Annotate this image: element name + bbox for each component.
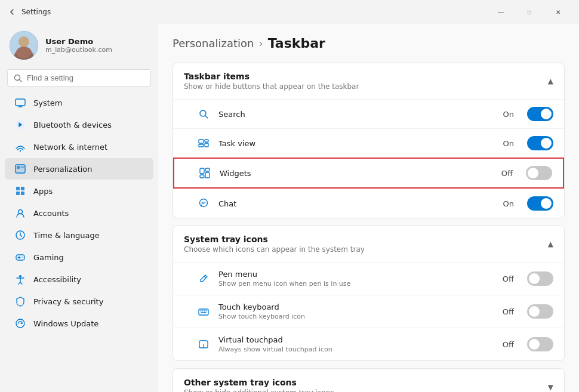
breadcrumb-parent[interactable]: Personalization bbox=[173, 37, 254, 50]
taskview-status: On bbox=[503, 139, 514, 148]
sidebar-item-bluetooth[interactable]: Bluetooth & devices bbox=[5, 114, 153, 135]
user-name: User Demo bbox=[45, 37, 112, 46]
update-icon bbox=[14, 317, 26, 329]
svg-rect-13 bbox=[17, 166, 20, 169]
sidebar: User Demo m_lab@outlook.com System bbox=[0, 24, 158, 392]
close-button[interactable]: ✕ bbox=[544, 2, 572, 21]
other-tray-header[interactable]: Other system tray icons Show or hide add… bbox=[173, 369, 564, 392]
widgets-setting-icon bbox=[198, 166, 211, 180]
svg-rect-36 bbox=[205, 168, 210, 171]
chat-setting-label: Chat bbox=[218, 199, 495, 208]
sidebar-item-gaming[interactable]: Gaming bbox=[5, 246, 153, 268]
breadcrumb-separator: › bbox=[258, 37, 263, 50]
sidebar-item-privacy[interactable]: Privacy & security bbox=[5, 291, 153, 312]
time-icon bbox=[14, 229, 26, 241]
sidebar-item-label: Bluetooth & devices bbox=[33, 121, 112, 129]
svg-rect-31 bbox=[199, 144, 204, 147]
touchpad-setting-icon bbox=[197, 338, 210, 351]
other-tray-title: Other system tray icons bbox=[184, 378, 334, 387]
breadcrumb-current: Taskbar bbox=[268, 36, 325, 51]
sidebar-item-label: Windows Update bbox=[33, 319, 98, 328]
setting-row-touch: Touch keyboard Show touch keyboard icon … bbox=[173, 295, 564, 328]
chat-status: On bbox=[503, 199, 514, 208]
widgets-toggle[interactable] bbox=[526, 166, 552, 180]
sidebar-item-label: Personalization bbox=[33, 165, 93, 174]
svg-line-41 bbox=[204, 276, 206, 278]
touchpad-status: Off bbox=[503, 340, 514, 349]
sidebar-item-label: Privacy & security bbox=[33, 297, 103, 306]
user-email: m_lab@outlook.com bbox=[45, 46, 112, 54]
titlebar-title: Settings bbox=[21, 8, 51, 16]
search-box[interactable] bbox=[7, 69, 151, 87]
pen-setting-text: Pen menu Show pen menu icon when pen is … bbox=[218, 270, 350, 288]
setting-row-widgets: Widgets Off bbox=[173, 158, 564, 189]
accounts-icon bbox=[14, 207, 26, 219]
other-tray-card: Other system tray icons Show or hide add… bbox=[173, 368, 565, 392]
svg-point-26 bbox=[19, 275, 21, 277]
section-subtitle: Choose which icons can appear in the sys… bbox=[184, 245, 365, 254]
system-icon bbox=[14, 97, 26, 109]
touchpad-toggle[interactable] bbox=[527, 337, 553, 351]
chat-toggle[interactable] bbox=[527, 196, 553, 211]
app-body: User Demo m_lab@outlook.com System bbox=[0, 24, 579, 392]
setting-row-taskview: Task view On bbox=[173, 128, 564, 158]
sidebar-item-label: System bbox=[33, 98, 62, 107]
svg-rect-42 bbox=[199, 309, 208, 315]
search-setting-icon bbox=[197, 107, 210, 121]
system-tray-header[interactable]: System tray icons Choose which icons can… bbox=[173, 226, 564, 262]
sidebar-item-label: Gaming bbox=[33, 253, 64, 262]
sidebar-item-personalization[interactable]: Personalization bbox=[5, 158, 153, 180]
taskview-setting-label: Task view bbox=[218, 139, 495, 148]
minimize-button[interactable]: — bbox=[487, 2, 515, 21]
section-header-text: Other system tray icons Show or hide add… bbox=[184, 378, 334, 392]
svg-line-29 bbox=[205, 116, 208, 118]
setting-row-pen: Pen menu Show pen menu icon when pen is … bbox=[173, 262, 564, 295]
main-content: Personalization › Taskbar Taskbar items … bbox=[158, 24, 579, 392]
setting-row-search: Search On bbox=[173, 99, 564, 128]
taskbar-items-header[interactable]: Taskbar items Show or hide buttons that … bbox=[173, 63, 564, 99]
maximize-button[interactable]: □ bbox=[516, 2, 543, 21]
search-input[interactable] bbox=[27, 73, 144, 82]
svg-point-24 bbox=[21, 257, 23, 258]
sidebar-item-time[interactable]: Time & language bbox=[5, 224, 153, 246]
search-icon bbox=[14, 74, 22, 82]
taskview-setting-icon bbox=[197, 137, 210, 150]
chat-setting-icon bbox=[197, 197, 210, 210]
sidebar-item-apps[interactable]: Apps bbox=[5, 180, 153, 202]
titlebar-left: Settings bbox=[7, 7, 51, 17]
svg-point-1 bbox=[19, 36, 29, 47]
search-toggle[interactable] bbox=[527, 107, 553, 121]
touch-toggle[interactable] bbox=[527, 304, 553, 319]
nav-section: System Bluetooth & devices Network & int… bbox=[0, 91, 158, 387]
back-button[interactable] bbox=[7, 7, 17, 17]
section-subtitle: Show or hide buttons that appear on the … bbox=[184, 82, 359, 91]
svg-rect-37 bbox=[205, 172, 210, 178]
section-header-text: System tray icons Choose which icons can… bbox=[184, 234, 365, 254]
svg-rect-6 bbox=[16, 99, 25, 106]
personalization-icon bbox=[14, 163, 26, 175]
svg-rect-18 bbox=[21, 192, 24, 195]
svg-point-25 bbox=[23, 257, 24, 258]
sidebar-item-network[interactable]: Network & internet bbox=[5, 136, 153, 158]
sidebar-item-accessibility[interactable]: Accessibility bbox=[5, 268, 153, 290]
svg-rect-35 bbox=[200, 175, 204, 178]
svg-rect-17 bbox=[16, 192, 20, 195]
pen-toggle[interactable] bbox=[527, 271, 553, 286]
sidebar-item-label: Accessibility bbox=[33, 275, 81, 284]
sidebar-item-update[interactable]: Windows Update bbox=[5, 313, 153, 334]
svg-point-3 bbox=[16, 47, 32, 58]
chevron-up-icon: ▲ bbox=[548, 77, 553, 85]
taskview-toggle[interactable] bbox=[527, 136, 553, 150]
taskbar-items-card: Taskbar items Show or hide buttons that … bbox=[173, 63, 565, 218]
sidebar-item-label: Apps bbox=[33, 187, 53, 196]
touch-setting-text: Touch keyboard Show touch keyboard icon bbox=[218, 303, 305, 320]
sidebar-item-system[interactable]: System bbox=[5, 92, 153, 113]
keyboard-setting-icon bbox=[197, 305, 210, 318]
touchpad-setting-text: Virtual touchpad Always show virtual tou… bbox=[218, 335, 332, 353]
section-title: System tray icons bbox=[184, 234, 365, 244]
accessibility-icon bbox=[14, 273, 26, 285]
sidebar-item-accounts[interactable]: Accounts bbox=[5, 202, 153, 224]
user-profile[interactable]: User Demo m_lab@outlook.com bbox=[0, 24, 158, 69]
avatar bbox=[10, 31, 38, 60]
titlebar-controls: — □ ✕ bbox=[487, 2, 572, 21]
